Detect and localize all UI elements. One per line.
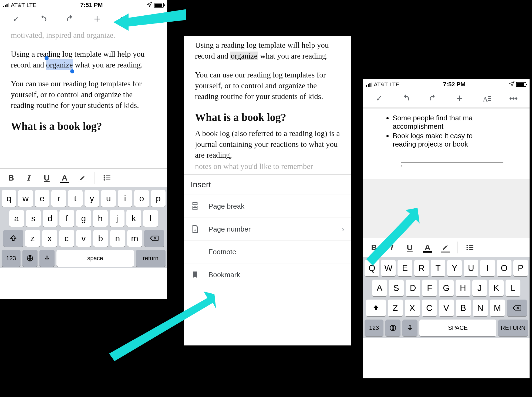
dictation-key[interactable] [402,320,417,336]
globe-key[interactable] [22,250,38,267]
key-q[interactable]: q [365,260,379,276]
key-o[interactable]: o [497,260,511,276]
key-t[interactable]: t [431,260,445,276]
globe-key[interactable] [385,320,400,336]
key-n[interactable]: n [473,300,488,316]
done-button[interactable]: ✓ [10,13,23,26]
return-key[interactable]: return [498,320,528,336]
key-t[interactable]: t [68,190,83,207]
redo-button[interactable] [64,13,77,26]
key-q[interactable]: q [2,190,16,207]
key-j[interactable]: j [472,280,487,296]
key-z[interactable]: z [25,230,40,247]
key-g[interactable]: g [76,210,91,227]
return-key[interactable]: return [136,250,166,267]
italic-button[interactable]: I [21,171,37,185]
underline-button[interactable]: U [39,171,55,185]
space-key[interactable]: space [56,250,134,267]
key-r[interactable]: r [51,190,66,207]
key-s[interactable]: s [26,210,41,227]
italic-button[interactable]: I [384,241,400,254]
overflow-button[interactable]: ••• [144,13,157,26]
key-z[interactable]: z [388,300,403,316]
backspace-key[interactable] [507,300,527,316]
insert-button[interactable]: + [90,13,103,26]
shift-key[interactable] [366,300,386,316]
key-b[interactable]: b [456,300,471,316]
numbers-key[interactable]: 123 [365,320,383,336]
key-c[interactable]: c [59,230,74,247]
undo-button[interactable] [399,92,412,105]
overflow-button[interactable]: ••• [507,92,520,105]
key-g[interactable]: g [439,280,454,296]
insert-page-break[interactable]: Page break [184,195,351,218]
footnote-cursor[interactable]: 1 [401,165,530,171]
redo-button[interactable] [426,92,439,105]
document-area[interactable]: Using a reading log template will help y… [184,36,351,174]
key-w[interactable]: w [18,190,33,207]
bulleted-list-button[interactable] [462,241,478,254]
key-f[interactable]: f [59,210,74,227]
key-c[interactable]: c [422,300,437,316]
key-l[interactable]: l [506,280,520,296]
key-m[interactable]: m [490,300,505,316]
key-f[interactable]: f [422,280,437,296]
underline-button[interactable]: U [402,241,417,254]
key-y[interactable]: y [447,260,462,276]
key-x[interactable]: x [42,230,57,247]
key-h[interactable]: h [456,280,470,296]
key-i[interactable]: i [480,260,495,276]
grammar-highlight[interactable]: organize [230,52,258,60]
key-h[interactable]: h [93,210,108,227]
key-y[interactable]: y [85,190,99,207]
bold-button[interactable]: B [366,241,382,254]
key-d[interactable]: d [406,280,420,296]
insert-page-number[interactable]: # Page number › [184,218,351,240]
key-u[interactable]: u [464,260,478,276]
text-color-button[interactable]: A [57,171,72,185]
key-k[interactable]: k [126,210,141,227]
key-p[interactable]: p [513,260,528,276]
highlight-color-button[interactable] [75,171,90,185]
key-a[interactable]: a [372,280,387,296]
done-button[interactable]: ✓ [373,92,386,105]
key-s[interactable]: s [389,280,404,296]
key-n[interactable]: n [110,230,125,247]
key-x[interactable]: x [405,300,420,316]
key-o[interactable]: o [134,190,149,207]
undo-button[interactable] [37,13,50,26]
key-a[interactable]: a [9,210,24,227]
backspace-key[interactable] [144,230,164,247]
key-r[interactable]: r [414,260,429,276]
bulleted-list-button[interactable] [99,171,115,185]
key-v[interactable]: v [439,300,454,316]
shift-key[interactable] [3,230,23,247]
key-j[interactable]: j [110,210,124,227]
key-b[interactable]: b [93,230,108,247]
key-p[interactable]: p [151,190,166,207]
document-area[interactable]: motivated, inspired and organize. Using … [0,28,167,168]
key-e[interactable]: e [398,260,412,276]
document-area[interactable]: Some people find that maaccomplishment B… [363,108,530,179]
text-format-button[interactable]: A [480,92,493,105]
dictation-key[interactable] [39,250,55,267]
key-m[interactable]: m [127,230,142,247]
key-k[interactable]: k [489,280,504,296]
insert-footnote[interactable]: Footnote [184,240,351,263]
text-color-button[interactable]: A [420,241,435,254]
key-w[interactable]: w [381,260,396,276]
bold-button[interactable]: B [3,171,19,185]
text-format-button[interactable]: A [117,13,130,26]
selected-text[interactable]: organize [46,59,73,70]
insert-bookmark[interactable]: Bookmark [184,263,351,286]
key-e[interactable]: e [35,190,49,207]
space-key[interactable]: space [419,320,496,336]
key-v[interactable]: v [76,230,91,247]
key-u[interactable]: u [101,190,116,207]
key-l[interactable]: l [143,210,158,227]
key-i[interactable]: i [118,190,132,207]
numbers-key[interactable]: 123 [2,250,21,267]
key-d[interactable]: d [43,210,58,227]
insert-button[interactable]: + [453,92,466,105]
highlight-color-button[interactable] [437,241,453,254]
